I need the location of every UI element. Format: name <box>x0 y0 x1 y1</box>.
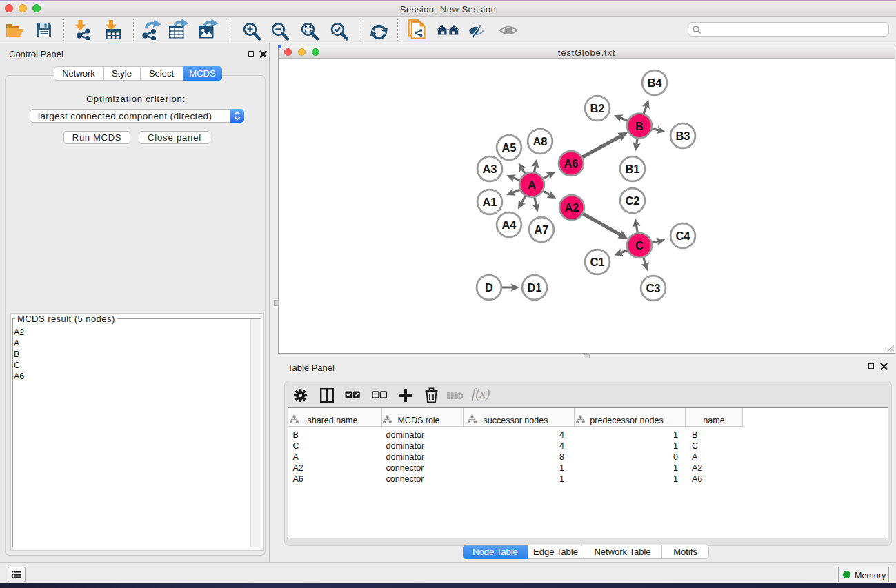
svg-text:A7: A7 <box>534 223 548 236</box>
svg-text:B4: B4 <box>647 77 662 89</box>
svg-text:D1: D1 <box>527 281 541 294</box>
svg-text:A1: A1 <box>482 196 497 208</box>
svg-text:B1: B1 <box>625 163 639 175</box>
svg-text:A5: A5 <box>501 141 516 154</box>
svg-text:B2: B2 <box>590 102 604 114</box>
svg-text:A2: A2 <box>564 201 579 214</box>
svg-text:C4: C4 <box>675 230 690 242</box>
svg-text:A8: A8 <box>532 135 547 148</box>
svg-text:D: D <box>485 281 493 294</box>
svg-text:A: A <box>528 179 536 191</box>
svg-text:C: C <box>635 239 644 252</box>
svg-text:A6: A6 <box>564 157 578 170</box>
svg-text:A4: A4 <box>501 219 517 231</box>
svg-text:C2: C2 <box>625 194 639 207</box>
svg-text:B: B <box>635 120 644 132</box>
svg-text:A3: A3 <box>482 163 497 175</box>
svg-text:B3: B3 <box>675 130 690 142</box>
svg-text:C1: C1 <box>590 256 604 268</box>
svg-text:C3: C3 <box>646 282 660 294</box>
